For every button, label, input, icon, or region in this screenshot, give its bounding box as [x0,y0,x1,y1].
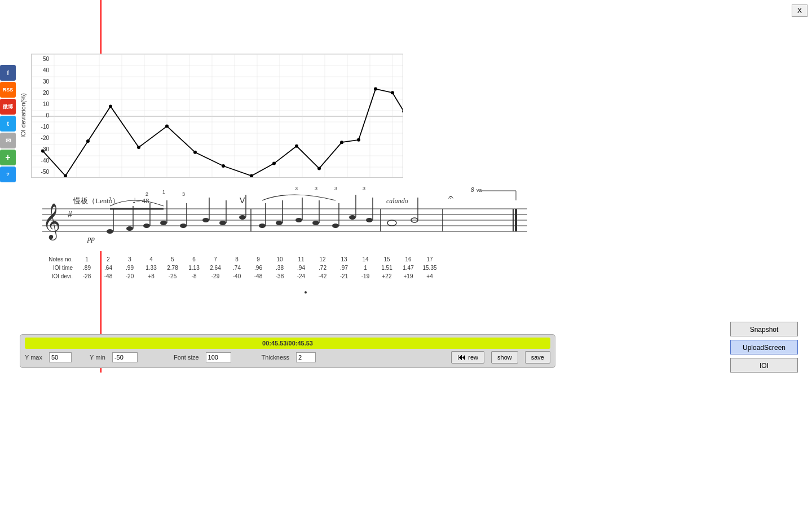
y-min-input[interactable] [112,352,138,362]
svg-point-39 [317,167,321,170]
y-min-label: Y min [90,354,105,361]
font-size-label: Font size [174,354,199,361]
svg-point-33 [165,125,169,128]
weibo-icon[interactable]: 微博 [0,99,16,115]
controls-bar: 00:45.53/00:45.53 Y max Y min Font size … [20,334,555,368]
svg-point-73 [259,224,266,228]
svg-point-35 [222,164,225,168]
svg-point-38 [295,144,298,148]
note-column: 10.38-38 [269,255,290,281]
sheet-music: 𝄞 # 慢板（Lento） ♩= 48 pp calando [20,178,539,251]
svg-text:calando: calando [386,197,408,205]
svg-point-29 [64,174,67,178]
svg-point-32 [137,146,140,149]
note-column: 2.64-48 [98,255,119,281]
svg-point-68 [219,221,226,225]
svg-point-30 [86,139,90,143]
font-size-input[interactable] [206,352,231,362]
ioi-chart [31,54,403,178]
note-column: 72.64-29 [205,255,226,281]
note-column: 13.97-21 [333,255,355,281]
svg-text:3: 3 [334,186,337,191]
facebook-icon[interactable]: f [0,65,16,81]
dot-marker [304,291,307,294]
thickness-label: Thickness [262,354,290,361]
svg-point-31 [109,104,112,108]
progress-bar-fill: 00:45.53/00:45.53 [25,338,550,349]
chart-svg [31,54,403,178]
note-column: 161.47+19 [398,255,419,281]
snapshot-button[interactable]: Snapshot [730,322,798,336]
right-panel: Snapshot UploadScreen IOI [730,322,798,376]
svg-text:1: 1 [109,196,112,202]
svg-text:3: 3 [363,186,365,191]
plus-icon[interactable]: + [0,150,16,165]
svg-point-58 [126,226,133,231]
svg-text:3: 3 [182,191,185,197]
note-column: 52.78-25 [162,255,183,281]
svg-point-83 [349,215,356,220]
y-axis-label: IOI deviation(%) [20,54,27,178]
rew-button[interactable]: ⏮ rew [451,351,484,364]
svg-point-34 [193,151,197,154]
svg-point-40 [340,141,343,144]
note-column: 1715.35+4 [419,255,440,281]
svg-point-77 [295,218,302,222]
svg-text:pp: pp [87,234,95,243]
svg-text:慢板（Lento）: 慢板（Lento） [73,196,120,205]
svg-point-62 [160,221,167,225]
note-column: 12.72-42 [312,255,333,281]
thickness-input[interactable] [296,352,316,362]
svg-point-85 [366,218,373,222]
email-icon[interactable]: ✉ [0,133,16,148]
svg-point-36 [250,174,253,178]
note-column: 11.94-24 [290,255,312,281]
social-sidebar: f RSS 微博 t ✉ + ? [0,65,16,182]
upload-screen-button[interactable]: UploadScreen [730,340,798,354]
ioi-time-label: IOI time [45,264,73,272]
note-column: 9.96-48 [248,255,269,281]
svg-text:1: 1 [162,189,165,195]
notes-data-table: Notes no. IOI time IOI devi. 1.89-282.64… [45,255,440,281]
svg-point-75 [276,221,283,225]
progress-bar[interactable]: 00:45.53/00:45.53 [25,338,550,349]
svg-text:va: va [476,187,482,193]
svg-point-42 [374,87,377,91]
svg-text:𝄐: 𝄐 [448,192,453,202]
svg-point-87 [387,220,396,226]
svg-text:3: 3 [315,186,317,191]
close-button[interactable]: X [792,5,807,17]
svg-text:V: V [240,196,245,205]
note-column: 151.51+22 [376,255,398,281]
y-max-label: Y max [25,354,42,361]
ioi-dev-label: IOI devi. [45,272,73,281]
note-column: 8.74-40 [226,255,248,281]
y-max-input[interactable] [49,352,72,362]
svg-point-66 [202,218,209,222]
y-axis-ticks: 50 40 30 20 10 0 -10 -20 -30 -40 -50 [32,54,49,178]
help-icon[interactable]: ? [0,167,16,182]
notes-label: Notes no. [45,255,73,264]
note-column: 1.89-28 [76,255,98,281]
svg-point-60 [143,224,150,228]
svg-text:𝄞: 𝄞 [42,203,61,240]
svg-point-79 [312,221,319,225]
svg-point-41 [357,138,360,142]
note-column: 141-19 [355,255,376,281]
svg-point-64 [180,224,187,228]
ioi-button[interactable]: IOI [730,358,798,373]
svg-point-70 [239,215,246,220]
rss-icon[interactable]: RSS [0,82,16,98]
twitter-icon[interactable]: t [0,116,16,132]
svg-text:2: 2 [145,191,148,197]
svg-text:3: 3 [295,186,298,191]
controls-bottom: Y max Y min Font size Thickness ⏮ rew sh… [25,351,550,364]
svg-point-56 [107,229,113,234]
svg-point-43 [391,91,394,94]
note-column: 3.99-20 [119,255,140,281]
show-button[interactable]: show [491,351,518,364]
save-button[interactable]: save [525,351,550,364]
svg-text:8: 8 [471,187,474,193]
note-column: 61.13-8 [183,255,205,281]
svg-point-81 [332,224,339,228]
